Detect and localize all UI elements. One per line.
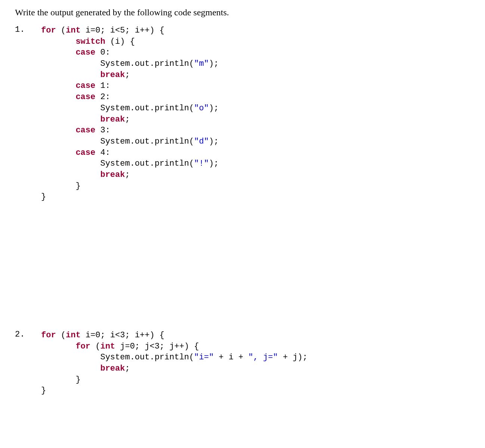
code-block-2: for (int i=0; i<3; i++) { for (int j=0; … [41, 330, 308, 396]
code-text [41, 181, 75, 191]
code-text [41, 59, 100, 68]
keyword: int [66, 26, 81, 35]
keyword: break [100, 70, 125, 80]
code-text: (i) { [105, 37, 135, 46]
code-text [41, 115, 100, 124]
code-text: System.out.println( [100, 353, 194, 362]
code-text: 4: [95, 148, 110, 157]
code-text: 0: [95, 48, 110, 57]
code-text [41, 48, 75, 57]
code-text [41, 159, 100, 168]
code-text: } [41, 192, 46, 202]
keyword: break [100, 115, 125, 124]
code-text: ( [56, 331, 66, 340]
keyword: case [75, 92, 95, 102]
code-text: 1: [95, 81, 110, 90]
code-text: j=0; j<3; j++) { [115, 342, 199, 351]
code-text [41, 70, 100, 80]
string-literal: "!" [194, 159, 209, 168]
code-text [41, 148, 75, 157]
code-text [41, 81, 75, 90]
code-text: ); [209, 159, 219, 168]
keyword: for [75, 342, 90, 351]
code-text: ( [56, 26, 66, 35]
keyword: case [75, 148, 95, 157]
code-text: } [75, 375, 80, 384]
keyword: int [100, 342, 115, 351]
keyword: case [75, 48, 95, 57]
code-text: 3: [95, 126, 110, 135]
code-text: ; [125, 170, 130, 179]
code-text [41, 342, 75, 351]
problem-1: 1. for (int i=0; i<5; i++) { switch (i) … [15, 25, 470, 203]
keyword: break [100, 364, 125, 373]
code-block-1: for (int i=0; i<5; i++) { switch (i) { c… [41, 25, 219, 203]
string-literal: "i=" [194, 353, 214, 362]
string-literal: "m" [194, 59, 209, 68]
problem-number-2: 2. [15, 330, 41, 339]
code-text: ); [209, 137, 219, 146]
code-text: } [75, 181, 80, 191]
code-text [41, 170, 100, 179]
code-text [41, 137, 100, 146]
code-text [41, 353, 100, 362]
code-text: + i + [214, 353, 248, 362]
keyword: case [75, 81, 95, 90]
code-text: ); [209, 59, 219, 68]
code-text [41, 375, 75, 384]
code-text [41, 364, 100, 373]
string-literal: "d" [194, 137, 209, 146]
keyword: case [75, 126, 95, 135]
code-text: ( [90, 342, 100, 351]
keyword: break [100, 170, 125, 179]
code-text: System.out.println( [100, 59, 194, 68]
code-text: } [41, 386, 46, 395]
code-text: System.out.println( [100, 159, 194, 168]
code-text: System.out.println( [100, 104, 194, 113]
code-text [41, 92, 75, 102]
code-text: ; [125, 70, 130, 80]
string-literal: "o" [194, 104, 209, 113]
keyword: for [41, 26, 56, 35]
code-text: ; [125, 115, 130, 124]
keyword: switch [75, 37, 105, 46]
code-text: ; [125, 364, 130, 373]
code-text [41, 37, 75, 46]
code-text: + j); [278, 353, 308, 362]
problem-2: 2. for (int i=0; i<3; i++) { for (int j=… [15, 330, 470, 396]
code-text [41, 104, 100, 113]
keyword: int [66, 331, 81, 340]
keyword: for [41, 331, 56, 340]
code-text: i=0; i<3; i++) { [81, 331, 164, 340]
problem-number-1: 1. [15, 25, 41, 34]
code-text: ); [209, 104, 219, 113]
code-text [41, 126, 75, 135]
string-literal: ", j=" [248, 353, 278, 362]
instruction-text: Write the output generated by the follow… [15, 7, 470, 18]
code-text: i=0; i<5; i++) { [81, 26, 164, 35]
code-text: 2: [95, 92, 110, 102]
code-text: System.out.println( [100, 137, 194, 146]
